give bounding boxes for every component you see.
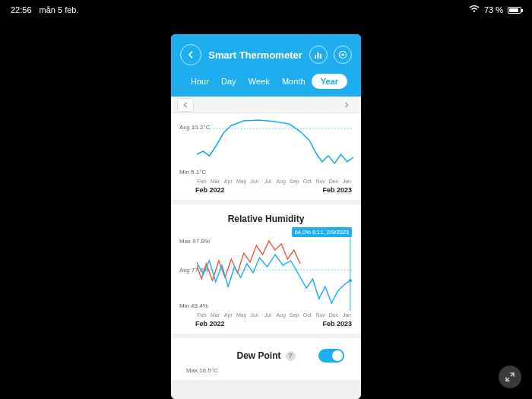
- tab-month[interactable]: Month: [276, 74, 312, 89]
- svg-point-9: [349, 279, 352, 282]
- svg-rect-2: [318, 52, 319, 59]
- chart-mode-button[interactable]: [309, 46, 328, 64]
- time-range-tabs: Hour Day Week Month Year: [180, 68, 352, 97]
- app-window: Smart Thermometer Hour Day Week Month Ye…: [171, 34, 361, 399]
- dewpoint-max-label: Max 16.5°C: [179, 366, 353, 374]
- tab-year[interactable]: Year: [312, 74, 347, 89]
- hum-xaxis: FebMarApr MayJunJul AugSepOct NovDecJan: [179, 311, 353, 318]
- settings-button[interactable]: [334, 46, 352, 64]
- dewpoint-toggle[interactable]: [318, 349, 344, 363]
- dewpoint-card: Dew Point ? Max 16.5°C: [171, 338, 361, 380]
- temperature-card: Avg 10.2°C Min 5.1°C FebMarApr MayJunJul…: [171, 113, 361, 204]
- temp-end-date: Feb 2023: [322, 186, 352, 194]
- humidity-card: Relative Humidity 64.0% 8:11, 2/9/2023 M…: [171, 204, 361, 338]
- tab-day[interactable]: Day: [215, 74, 242, 89]
- prev-period-button[interactable]: [177, 98, 194, 112]
- date-nav-row: [171, 97, 361, 113]
- device-statusbar: 22:56 mån 5 feb. 73 %: [0, 3, 532, 17]
- svg-rect-1: [315, 55, 316, 59]
- temperature-chart[interactable]: Avg 10.2°C Min 5.1°C: [179, 118, 353, 177]
- svg-point-0: [473, 11, 475, 12]
- hum-start-date: Feb 2022: [195, 320, 225, 328]
- scroll-content[interactable]: Avg 10.2°C Min 5.1°C FebMarApr MayJunJul…: [171, 97, 361, 399]
- humidity-title: Relative Humidity: [179, 209, 353, 227]
- temp-start-date: Feb 2022: [195, 186, 225, 194]
- hum-end-date: Feb 2023: [322, 320, 352, 328]
- wifi-icon: [469, 5, 480, 14]
- tab-hour[interactable]: Hour: [185, 74, 215, 89]
- status-time: 22:56: [11, 5, 32, 14]
- tab-week[interactable]: Week: [242, 74, 276, 89]
- temp-xaxis: FebMarApr MayJunJul AugSepOct NovDecJan: [179, 177, 353, 184]
- svg-point-5: [341, 53, 344, 55]
- help-icon[interactable]: ?: [286, 351, 296, 361]
- svg-rect-3: [320, 54, 321, 59]
- status-date: mån 5 feb.: [40, 5, 79, 14]
- dewpoint-title: Dew Point: [236, 350, 280, 361]
- app-header: Smart Thermometer Hour Day Week Month Ye…: [171, 34, 361, 97]
- status-battery-pct: 73 %: [484, 5, 503, 14]
- next-period-button[interactable]: [338, 98, 355, 112]
- battery-icon: [508, 7, 521, 14]
- expand-fullscreen-button[interactable]: [499, 366, 521, 388]
- back-button[interactable]: [180, 44, 201, 65]
- humidity-chart[interactable]: 64.0% 8:11, 2/9/2023 Max 97.8% Avg 77.4%…: [179, 227, 353, 311]
- page-title: Smart Thermometer: [208, 49, 302, 61]
